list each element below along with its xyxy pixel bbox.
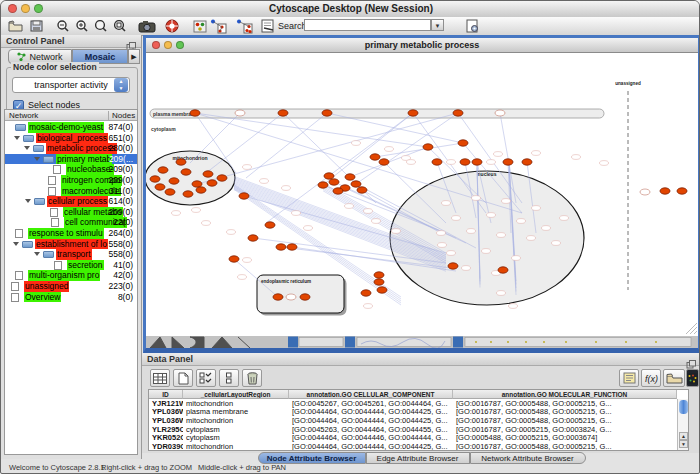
search-input[interactable] xyxy=(304,19,431,31)
unselect-attributes-icon[interactable] xyxy=(219,369,239,387)
matrix-icon[interactable] xyxy=(686,369,699,387)
table-cell[interactable]: [GO:0005488, GO:0005215, GO:0003674] xyxy=(453,434,677,443)
table-cell[interactable]: [GO:0044464, GO:0044446, GO:0044444, G..… xyxy=(289,434,453,443)
import-attributes-icon[interactable] xyxy=(663,369,685,387)
table-cell[interactable]: YPL036W__2 xyxy=(149,408,183,417)
table-cell[interactable]: mitochondrion xyxy=(183,443,289,451)
tree-row-establishment-of-lo[interactable]: establishment of lo558(0) xyxy=(5,239,137,250)
annotation-import-icon[interactable] xyxy=(619,369,639,387)
network-node[interactable] xyxy=(158,167,168,173)
network-node[interactable] xyxy=(345,174,355,180)
network-node[interactable] xyxy=(448,263,458,269)
network-node[interactable] xyxy=(203,171,213,177)
table-cell[interactable]: [GO:0016787, GO:0005488, GO:0005215, G..… xyxy=(453,408,677,417)
disclosure-triangle-icon[interactable] xyxy=(25,199,31,203)
tree-row-unassigned[interactable]: unassigned223(0) xyxy=(5,281,137,292)
network-node[interactable] xyxy=(155,184,165,190)
network-node[interactable] xyxy=(190,110,200,116)
network-node[interactable] xyxy=(503,159,513,165)
column-header-1[interactable]: _cellularLayoutRegion xyxy=(183,390,289,399)
table-cell[interactable]: YDR039C__1 xyxy=(149,443,183,451)
network-node[interactable] xyxy=(300,294,310,300)
network-node-outline[interactable] xyxy=(495,110,505,116)
annotation-doc-icon[interactable] xyxy=(259,18,275,34)
tree-row-cellular-metabo[interactable]: cellular metabo209(0) xyxy=(5,207,137,218)
network-node[interactable] xyxy=(458,140,468,146)
table-cell[interactable]: [GO:0016787, GO:0005488, GO:0005215, G..… xyxy=(453,443,677,451)
disclosure-triangle-icon[interactable] xyxy=(34,157,40,161)
network-node[interactable] xyxy=(169,178,179,184)
network-node[interactable] xyxy=(276,244,286,250)
table-cell[interactable]: YKR052C xyxy=(149,434,183,443)
network-node[interactable] xyxy=(196,187,206,193)
network-node[interactable] xyxy=(265,222,275,228)
network-node[interactable] xyxy=(374,279,384,285)
network-node[interactable] xyxy=(207,180,217,186)
network-node[interactable] xyxy=(370,154,380,160)
network-node[interactable] xyxy=(408,110,418,116)
table-cell[interactable]: mitochondrion xyxy=(183,400,289,409)
network-node[interactable] xyxy=(357,187,367,193)
table-cell[interactable]: [GO:0045263, GO:0044464, GO:0044455, G..… xyxy=(289,426,453,435)
network-node[interactable] xyxy=(181,169,191,175)
network-node-outline[interactable] xyxy=(286,294,296,300)
tree-row-transport[interactable]: transport558(0) xyxy=(5,249,137,260)
network-node[interactable] xyxy=(460,159,470,165)
table-cell[interactable]: plasma membrane xyxy=(183,408,289,417)
network-node[interactable] xyxy=(248,235,258,241)
tree-row-cellular-process[interactable]: cellular process614(0) xyxy=(5,196,137,207)
network-node[interactable] xyxy=(273,294,283,300)
network-node[interactable] xyxy=(318,182,328,188)
vizmapper-icon[interactable] xyxy=(192,18,208,34)
tree-row-multi-organism-pro[interactable]: multi-organism pro42(0) xyxy=(5,270,137,281)
network-node[interactable] xyxy=(278,110,288,116)
network-node[interactable] xyxy=(453,110,463,116)
network-node[interactable] xyxy=(150,176,160,182)
network-node[interactable] xyxy=(176,159,186,165)
network-node[interactable] xyxy=(472,159,482,165)
network-node[interactable] xyxy=(660,188,670,194)
table-cell[interactable]: YJR121W__1 xyxy=(149,400,183,409)
zoom-selected-icon[interactable] xyxy=(112,18,128,34)
network-node[interactable] xyxy=(432,159,442,165)
column-header-0[interactable]: ID xyxy=(149,390,183,399)
table-cell[interactable]: [GO:0016787, GO:0005488, GO:0005215, G..… xyxy=(453,400,677,409)
network-node[interactable] xyxy=(522,159,532,165)
network-node[interactable] xyxy=(287,244,297,250)
table-cell[interactable]: cytoplasm xyxy=(183,434,289,443)
table-cell[interactable]: YLR295C xyxy=(149,426,183,435)
network-node[interactable] xyxy=(374,272,384,278)
tab-overflow-arrow[interactable]: ▶ xyxy=(128,49,140,64)
table-cell[interactable]: [GO:0016787, GO:0005215, GO:0003824, G..… xyxy=(453,426,677,435)
tree-row-secretion[interactable]: secretion41(0) xyxy=(5,260,137,271)
network-node[interactable] xyxy=(192,181,202,187)
search-config-icon[interactable] xyxy=(464,18,480,34)
network-node[interactable] xyxy=(361,290,371,296)
disclosure-triangle-icon[interactable] xyxy=(14,136,20,140)
open-file-icon[interactable] xyxy=(7,18,24,34)
attribute-table-icon[interactable] xyxy=(150,369,170,387)
column-header-3[interactable]: annotation.GO MOLECULAR_FUNCTION xyxy=(453,390,677,399)
zoom-out-icon[interactable] xyxy=(55,18,71,34)
network-node[interactable] xyxy=(217,175,227,181)
table-cell[interactable]: [GO:0044464, GO:0044444, GO:0044425, G..… xyxy=(289,417,453,426)
tree-row-nitrogen-compo[interactable]: nitrogen compo209(0) xyxy=(5,175,137,186)
network-node[interactable] xyxy=(165,189,175,195)
tree-row-primary-metab[interactable]: primary metab209(... xyxy=(5,154,137,165)
zoom-fit-icon[interactable] xyxy=(93,18,109,34)
scroll-up-icon[interactable]: ▲ xyxy=(679,432,688,440)
combo-stepper-icon[interactable]: ▲▼ xyxy=(114,78,128,92)
search-dropdown-icon[interactable]: ▼ xyxy=(431,19,444,31)
tree-row-mosaic-demo-yeast[interactable]: mosaic-demo-yeast874(0) xyxy=(5,122,137,133)
node-color-select[interactable]: transporter activity xyxy=(12,77,130,93)
table-cell[interactable]: mitochondrion xyxy=(183,417,289,426)
disclosure-triangle-icon[interactable] xyxy=(34,252,40,256)
table-cell[interactable]: [GO:0044464, GO:0044444, GO:0044425, G..… xyxy=(289,408,453,417)
network-node[interactable] xyxy=(423,144,433,150)
network-node[interactable] xyxy=(377,287,387,293)
save-session-icon[interactable] xyxy=(29,18,44,34)
network-node[interactable] xyxy=(322,110,332,116)
network-node-outline[interactable] xyxy=(235,110,245,116)
snapshot-camera-icon[interactable] xyxy=(137,18,157,34)
table-scrollbar[interactable]: ▲ ▼ xyxy=(677,399,689,450)
